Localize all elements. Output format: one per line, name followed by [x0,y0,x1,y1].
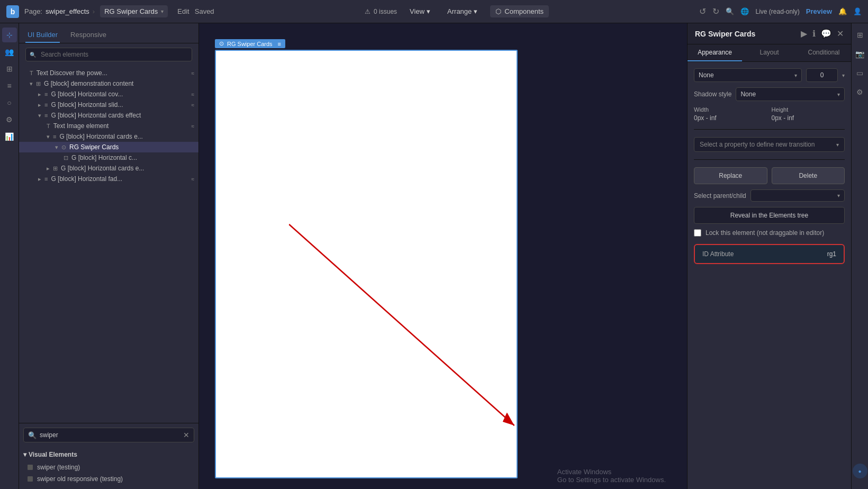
search-magnify-icon: 🔍 [28,431,37,439]
grid-edge-icon[interactable]: ⊞ [853,28,867,42]
tree-item-horizontal-c[interactable]: ⊡ G [block] Horizontal c... [19,152,198,163]
tab-appearance[interactable]: Appearance [688,44,742,61]
delete-button[interactable]: Delete [772,167,845,184]
components-button[interactable]: ⬡ Components [490,5,549,17]
shadow-style-label: Shadow style [694,90,731,98]
element-search-input[interactable] [25,48,192,61]
user-avatar[interactable]: 👤 [853,7,862,15]
width-label: Width [694,106,767,113]
block-icon: ≡ [53,133,56,140]
circle-icon[interactable]: ○ [2,95,17,110]
swiper-search-input[interactable] [40,431,180,439]
chart-icon[interactable]: 📊 [2,129,17,144]
transition-select[interactable]: Select a property to define new transiti… [694,137,845,152]
parent-child-select[interactable]: ▾ [751,189,845,202]
block-icon: ⊞ [53,165,58,172]
none-value: None [699,71,714,79]
reveal-button[interactable]: Reveal in the Elements tree [694,207,845,224]
redo-button[interactable]: ↻ [712,6,719,16]
camera-edge-icon[interactable]: 📷 [853,47,867,61]
close-icon[interactable]: ✕ [837,29,844,39]
shadow-style-select[interactable]: None ▾ [736,87,845,101]
settings-icon[interactable]: ⚙ [2,112,17,127]
tree-item-text-discover[interactable]: T Text Discover the powe... ≈ [19,68,198,78]
components-label: Components [504,7,544,15]
expand-icon: ▸ [38,176,41,183]
page-info: Page: swiper_effects › [24,7,95,15]
tree-item-rg-swiper-cards[interactable]: ▾ ⊙ RG Swiper Cards [19,142,198,152]
component-name: RG Swiper Cards [104,7,158,15]
tab-conditional[interactable]: Conditional [797,44,851,61]
view-button[interactable]: View ▾ [405,5,435,17]
none-select[interactable]: None ▾ [694,68,802,82]
id-attribute-row: ID Attribute rg1 [694,244,845,264]
arrange-button[interactable]: Arrange ▾ [443,5,482,17]
panel-header: RG Swiper Cards ▶ ℹ 💬 ✕ [688,23,851,44]
lock-checkbox[interactable] [694,229,701,237]
search-icon[interactable]: 🔍 [726,7,734,15]
comment-icon[interactable]: 💬 [821,29,831,39]
tree-item-horizontal-cards-e3[interactable]: ▸ ⊞ G [block] Horizontal cards e... [19,163,198,174]
block-icon: ≡ [44,176,48,182]
tree-item-horizontal-cards-effect[interactable]: ▾ ≡ G [block] Horizontal cards effect [19,110,198,121]
zero-chevron-icon: ▾ [842,73,845,78]
component-selector[interactable]: RG Swiper Cards ▾ [100,5,168,17]
settings-edge-icon[interactable]: ⚙ [853,85,867,99]
preview-button[interactable]: Preview [806,7,832,15]
element-search-wrap [19,43,198,66]
video-edge-icon[interactable]: ▭ [853,66,867,80]
tree-item-horizontal-cov[interactable]: ▸ ≡ G [block] Horizontal cov... ≈ [19,89,198,99]
page-prefix: Page: [24,7,42,15]
tree-item-horizontal-fad[interactable]: ▸ ≡ G [block] Horizontal fad... ≈ [19,174,198,184]
layers-icon[interactable]: ≡ [2,78,17,93]
watermark-line1: Activate Windows [557,468,666,476]
tree-item-label: G [block] Horizontal fad... [51,175,189,183]
zero-input[interactable]: 0 [806,68,838,82]
tree-item-badge: ≈ [192,176,195,182]
expand-icon: ▾ [55,144,58,151]
tree-item-horizontal-slid[interactable]: ▸ ≡ G [block] Horizontal slid... ≈ [19,99,198,110]
grid-icon[interactable]: ⊞ [2,61,17,76]
tree-item-horizontal-cards-e2[interactable]: ▾ ≡ G [block] Horizontal cards e... [19,131,198,142]
visual-item-label: swiper old responsive (testing) [37,475,123,483]
parent-child-label: Select parent/child [694,192,746,200]
elements-tree: T Text Discover the powe... ≈ ▾ ⊞ G [blo… [19,66,198,423]
element-label-text: RG Swiper Cards [227,41,273,47]
play-icon[interactable]: ▶ [801,29,807,39]
globe-icon: 🌐 [740,7,749,15]
section-label: Visual Elements [29,451,77,458]
expand-icon: ▾ [47,133,50,140]
visual-item-swiper-testing[interactable]: swiper (testing) [23,461,194,473]
notification-icon[interactable]: 🔔 [838,7,847,15]
element-menu-icon[interactable]: ≡ [278,41,281,47]
none-chevron-icon: ▾ [794,73,797,78]
id-attr-value[interactable]: rg1 [827,250,836,258]
height-value: 0px - inf [772,114,845,122]
swiper-icon: ⊙ [61,144,66,151]
warning-icon: ⚠ [365,8,370,15]
tree-item-text-image[interactable]: T Text Image element ≈ [19,121,198,131]
height-label: Height [772,106,845,113]
parent-child-row: Select parent/child ▾ [694,189,845,202]
tree-item-demonstration[interactable]: ▾ ⊞ G [block] demonstration content [19,78,198,89]
circle-avatar-icon[interactable]: ● [853,464,867,478]
info-icon[interactable]: ℹ [812,29,816,39]
sidebar-icons: ⊹ 👥 ⊞ ≡ ○ ⚙ 📊 [0,23,19,489]
id-attr-label: ID Attribute [702,250,734,258]
swiper-icon-small: ⊙ [219,40,224,47]
tab-responsive[interactable]: Responsive [68,28,108,43]
transition-placeholder: Select a property to define new transiti… [700,141,815,148]
tab-layout[interactable]: Layout [742,44,797,61]
clear-search-button[interactable]: ✕ [183,431,189,439]
cursor-icon[interactable]: ⊹ [2,28,17,42]
canvas-element-box[interactable] [215,50,518,478]
visual-item-swiper-old[interactable]: swiper old responsive (testing) [23,473,194,485]
tab-ui-builder[interactable]: UI Builder [25,28,60,43]
shadow-style-value: None [740,90,756,98]
people-icon[interactable]: 👥 [2,44,17,59]
panel-content: None ▾ 0 ▾ Shadow style None ▾ Width 0px… [688,62,851,489]
arrange-chevron-icon: ▾ [474,7,477,15]
replace-button[interactable]: Replace [694,167,767,184]
tree-item-label: Text Discover the powe... [37,69,189,77]
undo-button[interactable]: ↺ [699,6,706,16]
